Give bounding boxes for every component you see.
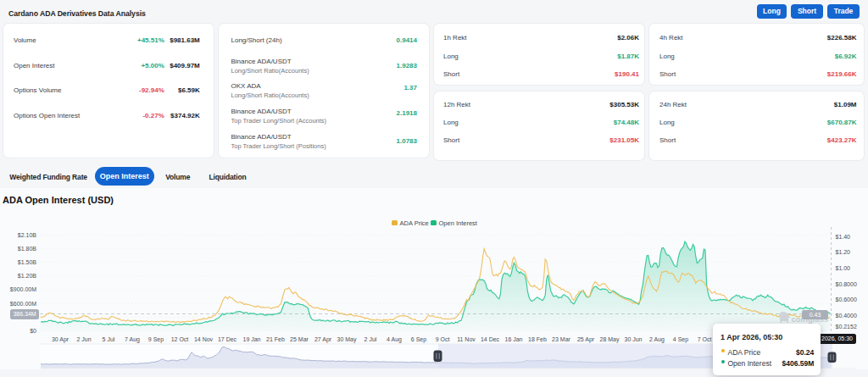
svg-text:$1.20B: $1.20B [18,273,37,279]
svg-text:6 Sep: 6 Sep [411,336,426,343]
svg-text:27 Apr: 27 Apr [314,336,332,343]
svg-text:$1.40: $1.40 [836,234,851,240]
svg-text:30 Jun: 30 Jun [624,336,642,342]
svg-text:19 Jan: 19 Jan [242,336,260,342]
svg-text:9 Sep: 9 Sep [148,336,164,343]
svg-text:$1.80B: $1.80B [18,246,37,252]
svg-text:12 Oct: 12 Oct [171,336,189,342]
svg-text:14 Nov: 14 Nov [194,336,214,342]
svg-text:9 Oct: 9 Oct [436,336,450,342]
svg-text:$2.10B: $2.10B [18,232,37,238]
svg-text:$1.00: $1.00 [836,265,851,271]
svg-text:4 Sep: 4 Sep [673,336,688,343]
svg-text:$1.20: $1.20 [836,249,851,255]
svg-text:$0.4000: $0.4000 [836,313,857,319]
svg-text:2 Aug: 2 Aug [649,336,665,343]
svg-text:17 Dec: 17 Dec [218,336,237,342]
svg-text:$0.2152: $0.2152 [836,324,857,330]
svg-text:18 Feb: 18 Feb [528,336,547,342]
svg-text:14 Dec: 14 Dec [481,336,500,342]
svg-text:21 Feb: 21 Feb [266,336,285,342]
svg-text:30 Apr: 30 Apr [52,336,70,343]
svg-text:$900.00M: $900.00M [10,286,36,292]
svg-text:28 May: 28 May [600,336,620,343]
svg-text:7 Oct: 7 Oct [698,336,712,342]
svg-text:$1.50B: $1.50B [18,259,37,265]
svg-text:$0.8000: $0.8000 [836,281,857,287]
svg-text:$0.6000: $0.6000 [836,297,857,302]
svg-text:7 Aug: 7 Aug [125,336,140,343]
svg-text:30 May: 30 May [337,336,357,343]
svg-text:25 Apr: 25 Apr [577,336,595,343]
svg-text:4 Aug: 4 Aug [387,336,402,343]
svg-text:25 Mar: 25 Mar [290,336,309,342]
svg-text:5 Jul: 5 Jul [103,336,115,342]
svg-text:2 Jul: 2 Jul [364,336,377,342]
svg-text:11 Nov: 11 Nov [457,336,476,342]
svg-text:23 Mar: 23 Mar [552,336,570,342]
svg-text:16 Jan: 16 Jan [504,336,522,342]
svg-text:$600.00M: $600.00M [10,301,36,307]
svg-text:2 Jun: 2 Jun [76,336,91,342]
svg-text:$0: $0 [30,328,36,334]
